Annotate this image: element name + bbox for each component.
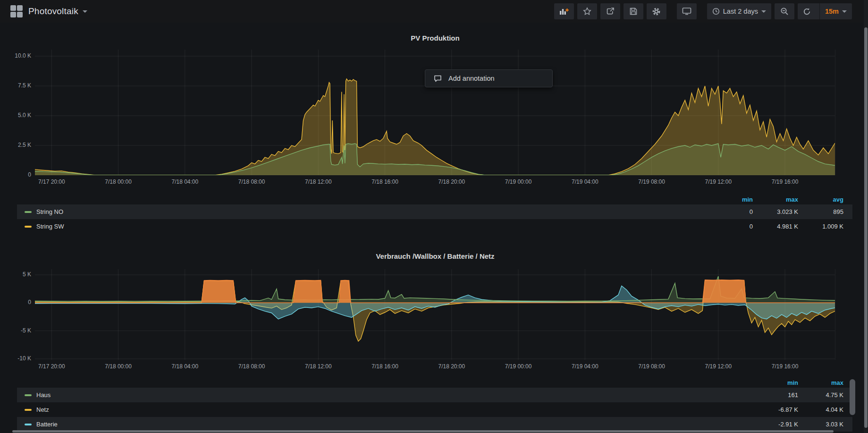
series-label: Haus — [36, 391, 51, 399]
page-title: Photovoltaik — [28, 6, 78, 17]
y-tick-label: -10 K — [2, 355, 31, 362]
x-tick-label: 7/18 16:00 — [364, 178, 406, 185]
dashboard-grid-icon[interactable] — [10, 5, 23, 17]
legend-pv-produktion: min max avg String NO 0 3.023 K 895 Stri… — [17, 195, 852, 234]
x-tick-label: 7/17 20:00 — [30, 178, 73, 185]
comment-icon — [434, 75, 442, 83]
stat-max: 4.981 K — [753, 223, 798, 230]
tv-mode-button[interactable] — [677, 3, 697, 19]
stat-max: 4.75 K — [798, 391, 843, 399]
stat-avg: 1.009 K — [798, 223, 843, 230]
chevron-down-icon — [842, 10, 847, 13]
star-icon — [583, 7, 591, 16]
x-tick-label: 7/19 12:00 — [697, 178, 740, 185]
add-panel-button[interactable] — [554, 3, 574, 19]
x-tick-label: 7/19 08:00 — [631, 178, 673, 185]
vertical-scrollbar-thumb[interactable] — [864, 27, 868, 428]
legend-verbrauch: min max Haus 161 4.75 K Netz -6.87 K 4.0… — [17, 378, 852, 432]
dashboard-title-dropdown[interactable]: Photovoltaik — [28, 6, 87, 17]
legend-item-string-sw[interactable]: String SW 0 4.981 K 1.009 K — [17, 219, 852, 234]
x-tick-label: 7/19 16:00 — [764, 178, 806, 185]
gear-icon — [652, 7, 661, 16]
y-tick-label: -5 K — [2, 327, 31, 334]
series-label: Batterie — [36, 421, 58, 428]
chart-canvas[interactable] — [35, 50, 835, 175]
stat-min: -6.87 K — [758, 406, 798, 413]
x-tick-label: 7/19 04:00 — [564, 178, 606, 185]
x-tick-label: 7/18 00:00 — [97, 363, 140, 370]
y-tick-label: 5.0 K — [2, 112, 31, 119]
series-color-swatch — [25, 226, 32, 228]
legend-col-avg[interactable]: avg — [798, 196, 843, 203]
x-tick-label: 7/18 12:00 — [297, 178, 339, 185]
zoom-out-button[interactable] — [775, 3, 794, 19]
horizontal-scrollbar-thumb[interactable] — [12, 430, 834, 433]
x-tick-label: 7/19 16:00 — [764, 363, 806, 370]
legend-col-max[interactable]: max — [798, 379, 843, 386]
x-tick-label: 7/19 08:00 — [631, 363, 673, 370]
chevron-down-icon — [761, 10, 766, 13]
refresh-combo-button: 15m — [798, 3, 852, 19]
legend-item-batterie[interactable]: Batterie -2.91 K 3.03 K — [17, 417, 852, 432]
x-tick-label: 7/19 12:00 — [697, 363, 740, 370]
refresh-interval-dropdown[interactable]: 15m — [819, 3, 852, 19]
x-tick-label: 7/18 20:00 — [430, 363, 473, 370]
stat-min: 0 — [713, 208, 753, 215]
stat-min: 0 — [713, 223, 753, 230]
panel-title-verbrauch[interactable]: Verbrauch /Wallbox / Batterie / Netz — [35, 252, 835, 260]
x-tick-label: 7/18 04:00 — [164, 178, 206, 185]
time-range-label: Last 2 days — [723, 8, 758, 15]
y-tick-label: 7.5 K — [2, 82, 31, 89]
panel-title-pv-produktion[interactable]: PV Produktion — [35, 34, 835, 42]
series-label: String SW — [36, 223, 64, 230]
chart-canvas[interactable] — [35, 269, 835, 360]
save-icon — [629, 7, 638, 16]
legend-item-haus[interactable]: Haus 161 4.75 K — [17, 388, 852, 402]
stat-max: 3.03 K — [798, 421, 843, 428]
x-tick-label: 7/19 04:00 — [564, 363, 606, 370]
series-color-swatch — [25, 409, 32, 411]
series-label: String NO — [36, 208, 63, 215]
chevron-down-icon — [83, 10, 87, 13]
clock-icon — [712, 8, 720, 15]
x-tick-label: 7/18 20:00 — [430, 178, 473, 185]
y-tick-label: 2.5 K — [2, 142, 31, 148]
add-annotation-label: Add annotation — [448, 75, 495, 82]
legend-scrollbar-thumb[interactable] — [850, 379, 855, 415]
chart-pv-produktion[interactable]: 10.0 K7.5 K5.0 K2.5 K07/17 20:007/18 00:… — [35, 50, 835, 175]
x-tick-label: 7/18 16:00 — [364, 363, 406, 370]
y-tick-label: 10.0 K — [2, 52, 31, 59]
add-annotation-menu[interactable]: Add annotation — [425, 69, 553, 87]
series-color-swatch — [25, 211, 32, 213]
save-button[interactable] — [624, 3, 643, 19]
stat-avg: 895 — [798, 208, 843, 215]
x-tick-label: 7/17 20:00 — [30, 363, 73, 370]
legend-item-string-no[interactable]: String NO 0 3.023 K 895 — [17, 204, 852, 219]
share-button[interactable] — [600, 3, 620, 19]
series-color-swatch — [25, 394, 32, 396]
y-tick-label: 0 — [2, 299, 31, 306]
x-tick-label: 7/19 00:00 — [497, 363, 539, 370]
legend-col-max[interactable]: max — [753, 196, 798, 203]
series-color-swatch — [25, 424, 32, 425]
stat-min: -2.91 K — [758, 421, 798, 428]
series-label: Netz — [36, 406, 49, 413]
legend-item-netz[interactable]: Netz -6.87 K 4.04 K — [17, 402, 852, 417]
header: Photovoltaik — [0, 0, 868, 23]
legend-col-min[interactable]: min — [713, 196, 753, 203]
legend-header: min max — [17, 378, 852, 388]
monitor-icon — [682, 7, 691, 16]
legend-header: min max avg — [17, 195, 852, 204]
stat-max: 3.023 K — [753, 208, 798, 215]
refresh-icon — [803, 8, 811, 16]
x-tick-label: 7/18 04:00 — [164, 363, 206, 370]
settings-button[interactable] — [647, 3, 666, 19]
refresh-button[interactable] — [798, 3, 816, 19]
share-icon — [606, 7, 615, 16]
time-range-button[interactable]: Last 2 days — [707, 3, 771, 19]
stat-min: 161 — [758, 391, 798, 399]
star-button[interactable] — [577, 3, 597, 19]
legend-col-min[interactable]: min — [758, 379, 798, 386]
chart-verbrauch[interactable]: 5 K0-5 K-10 K7/17 20:007/18 00:007/18 04… — [35, 269, 835, 360]
x-tick-label: 7/18 08:00 — [230, 178, 273, 185]
